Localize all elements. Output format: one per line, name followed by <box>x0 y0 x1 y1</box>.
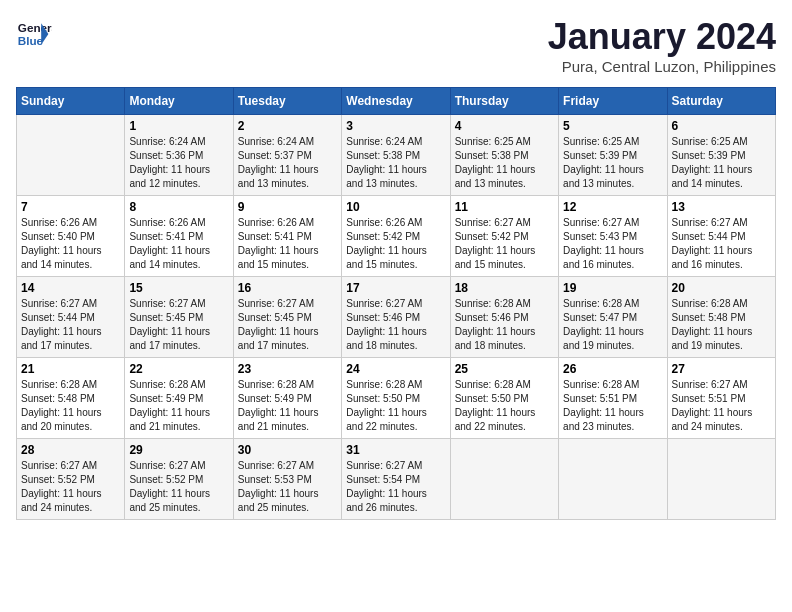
day-cell: 30Sunrise: 6:27 AMSunset: 5:53 PMDayligh… <box>233 439 341 520</box>
day-cell: 31Sunrise: 6:27 AMSunset: 5:54 PMDayligh… <box>342 439 450 520</box>
day-number: 6 <box>672 119 771 133</box>
day-detail: Sunrise: 6:24 AMSunset: 5:38 PMDaylight:… <box>346 135 445 191</box>
day-cell: 25Sunrise: 6:28 AMSunset: 5:50 PMDayligh… <box>450 358 558 439</box>
day-cell: 22Sunrise: 6:28 AMSunset: 5:49 PMDayligh… <box>125 358 233 439</box>
day-detail: Sunrise: 6:27 AMSunset: 5:54 PMDaylight:… <box>346 459 445 515</box>
day-detail: Sunrise: 6:27 AMSunset: 5:52 PMDaylight:… <box>129 459 228 515</box>
day-cell: 14Sunrise: 6:27 AMSunset: 5:44 PMDayligh… <box>17 277 125 358</box>
day-detail: Sunrise: 6:28 AMSunset: 5:48 PMDaylight:… <box>672 297 771 353</box>
day-cell: 5Sunrise: 6:25 AMSunset: 5:39 PMDaylight… <box>559 115 667 196</box>
svg-text:Blue: Blue <box>18 34 44 47</box>
title-block: January 2024 Pura, Central Luzon, Philip… <box>548 16 776 75</box>
week-row-5: 28Sunrise: 6:27 AMSunset: 5:52 PMDayligh… <box>17 439 776 520</box>
day-detail: Sunrise: 6:28 AMSunset: 5:50 PMDaylight:… <box>346 378 445 434</box>
header-cell-monday: Monday <box>125 88 233 115</box>
day-number: 2 <box>238 119 337 133</box>
day-number: 9 <box>238 200 337 214</box>
page-title: January 2024 <box>548 16 776 58</box>
week-row-1: 1Sunrise: 6:24 AMSunset: 5:36 PMDaylight… <box>17 115 776 196</box>
day-number: 20 <box>672 281 771 295</box>
day-cell: 9Sunrise: 6:26 AMSunset: 5:41 PMDaylight… <box>233 196 341 277</box>
day-number: 30 <box>238 443 337 457</box>
day-cell <box>17 115 125 196</box>
day-cell: 1Sunrise: 6:24 AMSunset: 5:36 PMDaylight… <box>125 115 233 196</box>
logo: General Blue <box>16 16 52 52</box>
day-detail: Sunrise: 6:26 AMSunset: 5:40 PMDaylight:… <box>21 216 120 272</box>
day-detail: Sunrise: 6:27 AMSunset: 5:53 PMDaylight:… <box>238 459 337 515</box>
day-number: 1 <box>129 119 228 133</box>
day-number: 31 <box>346 443 445 457</box>
header-cell-tuesday: Tuesday <box>233 88 341 115</box>
day-number: 8 <box>129 200 228 214</box>
day-cell: 20Sunrise: 6:28 AMSunset: 5:48 PMDayligh… <box>667 277 775 358</box>
day-cell: 10Sunrise: 6:26 AMSunset: 5:42 PMDayligh… <box>342 196 450 277</box>
day-cell: 17Sunrise: 6:27 AMSunset: 5:46 PMDayligh… <box>342 277 450 358</box>
day-number: 16 <box>238 281 337 295</box>
day-number: 13 <box>672 200 771 214</box>
day-detail: Sunrise: 6:28 AMSunset: 5:47 PMDaylight:… <box>563 297 662 353</box>
day-detail: Sunrise: 6:27 AMSunset: 5:44 PMDaylight:… <box>21 297 120 353</box>
logo-icon: General Blue <box>16 16 52 52</box>
week-row-2: 7Sunrise: 6:26 AMSunset: 5:40 PMDaylight… <box>17 196 776 277</box>
header-cell-thursday: Thursday <box>450 88 558 115</box>
day-detail: Sunrise: 6:28 AMSunset: 5:49 PMDaylight:… <box>129 378 228 434</box>
day-cell: 11Sunrise: 6:27 AMSunset: 5:42 PMDayligh… <box>450 196 558 277</box>
day-cell: 6Sunrise: 6:25 AMSunset: 5:39 PMDaylight… <box>667 115 775 196</box>
calendar-header: SundayMondayTuesdayWednesdayThursdayFrid… <box>17 88 776 115</box>
day-detail: Sunrise: 6:27 AMSunset: 5:45 PMDaylight:… <box>238 297 337 353</box>
day-cell: 13Sunrise: 6:27 AMSunset: 5:44 PMDayligh… <box>667 196 775 277</box>
header-cell-saturday: Saturday <box>667 88 775 115</box>
day-cell: 24Sunrise: 6:28 AMSunset: 5:50 PMDayligh… <box>342 358 450 439</box>
day-number: 12 <box>563 200 662 214</box>
day-detail: Sunrise: 6:27 AMSunset: 5:45 PMDaylight:… <box>129 297 228 353</box>
day-detail: Sunrise: 6:26 AMSunset: 5:41 PMDaylight:… <box>238 216 337 272</box>
day-cell: 29Sunrise: 6:27 AMSunset: 5:52 PMDayligh… <box>125 439 233 520</box>
day-number: 5 <box>563 119 662 133</box>
header-cell-wednesday: Wednesday <box>342 88 450 115</box>
day-number: 24 <box>346 362 445 376</box>
day-detail: Sunrise: 6:28 AMSunset: 5:51 PMDaylight:… <box>563 378 662 434</box>
header-row: SundayMondayTuesdayWednesdayThursdayFrid… <box>17 88 776 115</box>
day-number: 25 <box>455 362 554 376</box>
day-cell <box>450 439 558 520</box>
calendar-table: SundayMondayTuesdayWednesdayThursdayFrid… <box>16 87 776 520</box>
day-detail: Sunrise: 6:25 AMSunset: 5:39 PMDaylight:… <box>672 135 771 191</box>
day-cell: 26Sunrise: 6:28 AMSunset: 5:51 PMDayligh… <box>559 358 667 439</box>
day-detail: Sunrise: 6:27 AMSunset: 5:43 PMDaylight:… <box>563 216 662 272</box>
day-detail: Sunrise: 6:28 AMSunset: 5:46 PMDaylight:… <box>455 297 554 353</box>
day-cell <box>667 439 775 520</box>
day-number: 14 <box>21 281 120 295</box>
day-number: 10 <box>346 200 445 214</box>
day-number: 26 <box>563 362 662 376</box>
day-detail: Sunrise: 6:28 AMSunset: 5:50 PMDaylight:… <box>455 378 554 434</box>
day-detail: Sunrise: 6:26 AMSunset: 5:42 PMDaylight:… <box>346 216 445 272</box>
page-header: General Blue January 2024 Pura, Central … <box>16 16 776 75</box>
day-number: 7 <box>21 200 120 214</box>
day-cell: 16Sunrise: 6:27 AMSunset: 5:45 PMDayligh… <box>233 277 341 358</box>
day-detail: Sunrise: 6:27 AMSunset: 5:52 PMDaylight:… <box>21 459 120 515</box>
day-cell: 8Sunrise: 6:26 AMSunset: 5:41 PMDaylight… <box>125 196 233 277</box>
day-detail: Sunrise: 6:26 AMSunset: 5:41 PMDaylight:… <box>129 216 228 272</box>
day-detail: Sunrise: 6:28 AMSunset: 5:48 PMDaylight:… <box>21 378 120 434</box>
day-detail: Sunrise: 6:24 AMSunset: 5:37 PMDaylight:… <box>238 135 337 191</box>
calendar-body: 1Sunrise: 6:24 AMSunset: 5:36 PMDaylight… <box>17 115 776 520</box>
day-cell: 2Sunrise: 6:24 AMSunset: 5:37 PMDaylight… <box>233 115 341 196</box>
day-number: 19 <box>563 281 662 295</box>
day-number: 22 <box>129 362 228 376</box>
week-row-3: 14Sunrise: 6:27 AMSunset: 5:44 PMDayligh… <box>17 277 776 358</box>
day-cell: 21Sunrise: 6:28 AMSunset: 5:48 PMDayligh… <box>17 358 125 439</box>
day-number: 11 <box>455 200 554 214</box>
day-number: 4 <box>455 119 554 133</box>
day-detail: Sunrise: 6:27 AMSunset: 5:42 PMDaylight:… <box>455 216 554 272</box>
day-cell: 3Sunrise: 6:24 AMSunset: 5:38 PMDaylight… <box>342 115 450 196</box>
day-detail: Sunrise: 6:24 AMSunset: 5:36 PMDaylight:… <box>129 135 228 191</box>
day-detail: Sunrise: 6:27 AMSunset: 5:51 PMDaylight:… <box>672 378 771 434</box>
day-cell: 7Sunrise: 6:26 AMSunset: 5:40 PMDaylight… <box>17 196 125 277</box>
day-detail: Sunrise: 6:27 AMSunset: 5:44 PMDaylight:… <box>672 216 771 272</box>
day-number: 29 <box>129 443 228 457</box>
day-detail: Sunrise: 6:25 AMSunset: 5:39 PMDaylight:… <box>563 135 662 191</box>
header-cell-friday: Friday <box>559 88 667 115</box>
day-number: 28 <box>21 443 120 457</box>
day-detail: Sunrise: 6:28 AMSunset: 5:49 PMDaylight:… <box>238 378 337 434</box>
day-number: 15 <box>129 281 228 295</box>
